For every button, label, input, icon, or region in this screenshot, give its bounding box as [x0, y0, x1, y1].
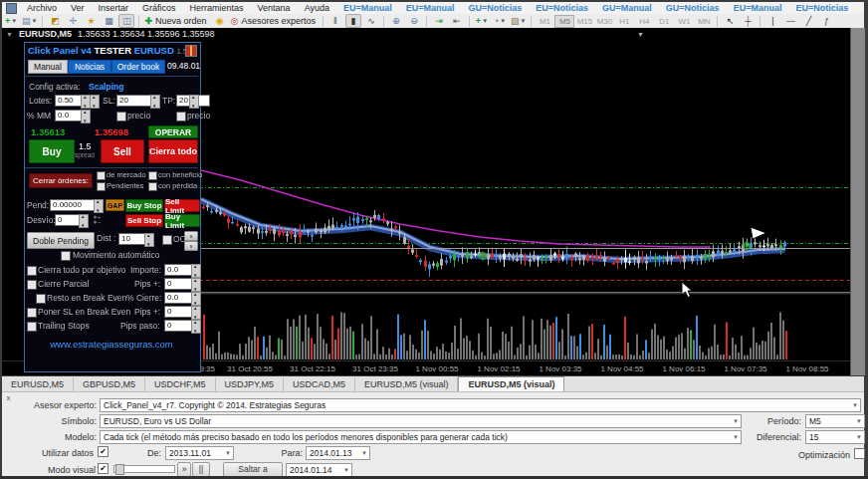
new-order-button[interactable]: ✚Nueva orden	[143, 14, 209, 28]
timeframe-h1-button[interactable]: H1	[614, 15, 634, 28]
scroll-to-end-icon[interactable]: ▼	[637, 31, 644, 38]
profit-orders-checkbox[interactable]	[148, 171, 157, 180]
timeframe-m5-button[interactable]: M5	[554, 15, 574, 28]
tester-tab-6[interactable]: EURUSD,M5 (visual)	[458, 376, 564, 391]
menu-link-0[interactable]: EU=Manual	[336, 3, 399, 13]
menu-item-insertar[interactable]: Insertar	[92, 3, 136, 13]
menu-link-7[interactable]: EU=Noticias	[788, 3, 855, 13]
navigator-button[interactable]: ★	[83, 14, 99, 28]
tab-noticias[interactable]: Noticias	[68, 60, 111, 74]
terminal-button[interactable]: ▦	[101, 14, 116, 28]
tester-tab-2[interactable]: USDCHF,M5	[145, 377, 216, 391]
menu-item-herramientas[interactable]: Herramientas	[183, 3, 251, 13]
model-combo[interactable]: Cada tick (el método más preciso basado …	[100, 430, 742, 444]
gap-button[interactable]: GAP	[106, 199, 124, 211]
skip-to-button[interactable]: Saltar a	[223, 462, 283, 477]
deviation-input[interactable]: 0	[55, 214, 81, 226]
operar-button[interactable]: OPERAR	[148, 125, 198, 138]
fibonacci-button[interactable]: ƒ	[818, 14, 834, 28]
timeframe-d1-button[interactable]: D1	[654, 15, 674, 28]
close-all-button[interactable]: Cierra todo	[148, 139, 198, 163]
expert-advisors-button[interactable]: ◎Asesores expertos	[230, 14, 319, 28]
menu-item-ventana[interactable]: Ventana	[251, 3, 298, 13]
timeframe-m30-button[interactable]: M30	[594, 15, 614, 28]
indicators-button[interactable]: +▼	[474, 14, 490, 28]
amount-spinner[interactable]	[191, 264, 201, 278]
tester-tab-1[interactable]: GBPUSD,M5	[74, 377, 145, 391]
optimization-checkbox[interactable]	[854, 448, 865, 459]
lots-input[interactable]: 0.50	[55, 95, 83, 107]
period-combo[interactable]: M5▼	[805, 414, 865, 428]
partial-close-checkbox[interactable]	[27, 280, 37, 290]
buy-button[interactable]: Buy	[29, 139, 75, 163]
close-target-checkbox[interactable]	[27, 266, 37, 276]
lots-spinner2[interactable]	[90, 95, 100, 109]
visual-mode-checkbox[interactable]: ✔	[98, 463, 108, 474]
templates-button[interactable]: ▧▼	[510, 14, 527, 28]
tester-close-icon[interactable]: x	[4, 394, 13, 403]
menu-item-ver[interactable]: Ver	[64, 3, 92, 13]
sell-button[interactable]: Sell	[101, 139, 144, 163]
amount-input[interactable]: 0.0	[164, 264, 194, 276]
timeframe-w1-button[interactable]: W1	[674, 15, 694, 28]
periods-button[interactable]: ◔▼	[492, 14, 508, 28]
use-dates-checkbox[interactable]: ✔	[98, 446, 108, 457]
sl-price-checkbox[interactable]	[116, 112, 126, 121]
close-orders-button[interactable]: Cerrar órdenes:	[29, 173, 93, 188]
fast-forward-button[interactable]: »	[177, 462, 191, 477]
zoom-out-button[interactable]: ⊖	[406, 14, 422, 28]
candlestick-chart-button[interactable]: ▮	[345, 14, 361, 28]
dist-spinner[interactable]	[144, 233, 154, 247]
buy-stop-button[interactable]: Buy Stop	[125, 199, 163, 212]
timeframe-m1-button[interactable]: M1	[535, 15, 554, 28]
close-pct-spinner[interactable]	[191, 292, 201, 306]
symbol-combo[interactable]: EURUSD, Euro vs US Dollar▼	[100, 414, 742, 428]
sl-spinner[interactable]	[150, 95, 160, 109]
tester-tab-0[interactable]: EURUSD,M5	[2, 377, 74, 391]
deviation-spinner[interactable]	[79, 214, 89, 228]
tp-price-checkbox[interactable]	[176, 112, 186, 121]
timeframe-mn-button[interactable]: MN	[694, 15, 714, 28]
tab-manual[interactable]: Manual	[28, 60, 68, 74]
pips-plus-minus-icon[interactable]: ∗+∗−	[93, 215, 102, 225]
pips1-input[interactable]: 0	[164, 278, 194, 290]
pips-step-spinner[interactable]	[191, 320, 201, 334]
vertical-line-button[interactable]: |	[764, 14, 780, 28]
visual-speed-slider[interactable]	[113, 465, 175, 473]
mm-spinner[interactable]	[81, 110, 91, 123]
horizontal-line-button[interactable]: —	[782, 14, 798, 28]
tester-tab-4[interactable]: USDCAD,M5	[284, 377, 355, 391]
sell-stop-button[interactable]: Sell Stop	[125, 214, 163, 227]
tp-spinner[interactable]	[189, 95, 199, 109]
menu-item-ayuda[interactable]: Ayuda	[298, 3, 336, 13]
panel-scroll-up-button[interactable]: ∧	[184, 231, 198, 241]
loss-orders-checkbox[interactable]	[148, 182, 157, 191]
buy-limit-button[interactable]: Buy Limit	[164, 214, 200, 227]
data-window-button[interactable]: ✛	[65, 14, 81, 28]
gift-icon[interactable]	[185, 45, 197, 57]
price-chart-canvas[interactable]	[199, 40, 850, 360]
menu-link-3[interactable]: EU=Noticias	[529, 3, 595, 13]
market-orders-checkbox[interactable]	[97, 171, 106, 180]
auto-move-checkbox[interactable]	[61, 251, 71, 261]
dist-input[interactable]: 10	[118, 233, 146, 245]
timeframe-m15-button[interactable]: M15	[574, 15, 594, 28]
tester-tab-5[interactable]: EURUSD,M5 (visual)	[355, 377, 459, 391]
tester-tab-3[interactable]: USDJPY,M5	[216, 377, 284, 391]
pips1-spinner[interactable]	[191, 278, 201, 292]
pending-spinner[interactable]	[94, 199, 104, 213]
menu-item-archivo[interactable]: Archivo	[20, 3, 64, 13]
oco-checkbox[interactable]	[162, 235, 172, 245]
slider-handle[interactable]	[115, 464, 124, 475]
menu-link-1[interactable]: EU=Manual	[399, 3, 462, 13]
sell-limit-button[interactable]: Sell Limit	[164, 199, 200, 212]
sl-input[interactable]: 20	[116, 95, 152, 107]
menu-link-4[interactable]: GU=Manual	[595, 3, 659, 13]
chart-shift-button[interactable]: ⇤	[449, 14, 465, 28]
spread-combo[interactable]: 15▼	[805, 430, 865, 444]
config-value[interactable]: Scalping	[89, 82, 123, 92]
cursor-tool-button[interactable]: ↖	[722, 14, 738, 28]
sl-breakeven-checkbox[interactable]	[27, 308, 37, 318]
zoom-in-button[interactable]: ⊕	[388, 14, 404, 28]
expert-combo[interactable]: Click_Panel_v4_r7. Copyright © 2014. Est…	[100, 398, 861, 412]
